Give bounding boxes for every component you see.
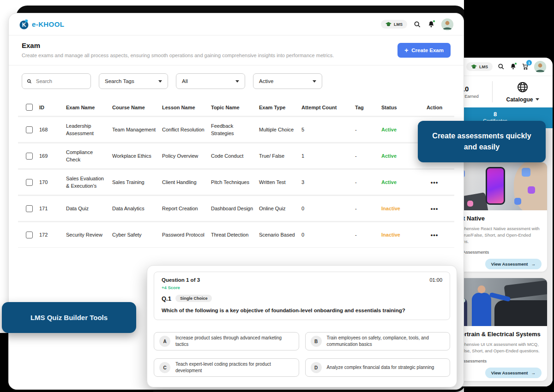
question-type-badge: Single Choice (175, 295, 212, 302)
row-checkbox[interactable] (26, 205, 33, 212)
view-assessment-button[interactable]: View Assessment → (485, 259, 542, 269)
bell-icon[interactable] (428, 21, 435, 28)
quiz-panel: Question 1 of 3 01:00 +4 Score Q.1 Singl… (147, 265, 457, 387)
option-letter: A (159, 336, 170, 347)
cell-exam-name: Compliance Check (66, 148, 112, 164)
select-all-checkbox[interactable] (26, 104, 33, 111)
table-row: 171 Data Quiz Data Analytics Report Crea… (18, 196, 454, 221)
status-filter-select[interactable]: Active (253, 73, 322, 89)
cell-attempt-count: 3 (301, 178, 355, 186)
cell-topic-name: Code Conduct (211, 152, 259, 160)
arrow-right-icon: → (531, 370, 536, 375)
row-actions-button[interactable]: ••• (415, 232, 454, 238)
status-badge: Inactive (381, 205, 415, 213)
cell-exam-name: Leadership Assessment (66, 122, 112, 137)
col-header-tag: Tag (355, 105, 381, 110)
view-assessment-button[interactable]: View Assessment → (485, 368, 542, 378)
row-checkbox[interactable] (26, 153, 33, 160)
page-title: Exam (22, 42, 334, 49)
cell-id: 172 (39, 231, 66, 239)
table-row: 172 Security Review Cyber Safety Passwor… (18, 222, 454, 247)
cell-course-name: Cyber Safety (112, 231, 162, 239)
cell-exam-name: Data Quiz (66, 205, 112, 213)
search-icon[interactable] (414, 21, 421, 28)
brand-logo[interactable]: K e-KHOOL (19, 19, 64, 30)
view-assessment-label: View Assessment (491, 261, 528, 267)
row-checkbox[interactable] (26, 232, 33, 238)
row-checkbox-cell (18, 173, 39, 191)
catalogue-menu[interactable]: Catalogue (493, 81, 553, 103)
create-exam-button[interactable]: + Create Exam (397, 43, 451, 58)
col-header-exam-name: Exam Name (66, 105, 112, 110)
cell-tag: - (355, 231, 381, 239)
exam-table: ID Exam Name Course Name Lesson Name Top… (18, 99, 454, 248)
table-row: 169 Compliance Check Workplace Ethics Po… (18, 143, 454, 168)
tags-filter-value: Search Tags (105, 78, 134, 84)
cell-id: 170 (39, 178, 66, 186)
cell-course-name: Data Analytics (112, 205, 162, 213)
col-header-course-name: Course Name (112, 105, 162, 110)
row-checkbox-cell (18, 226, 39, 244)
cell-tag: - (355, 126, 381, 134)
filter-bar: Search Tags All Active (9, 65, 464, 96)
row-checkbox[interactable] (26, 126, 33, 133)
lms-badge[interactable]: LMS (466, 62, 493, 71)
scope-filter-select[interactable]: All (176, 73, 245, 89)
catalogue-label: Catalogue (506, 96, 533, 103)
callout-quiz-builder: LMS Quiz Builder Tools (2, 302, 136, 333)
cell-course-name: Sales Training (112, 178, 162, 186)
option-letter: D (311, 362, 322, 373)
row-checkbox[interactable] (26, 179, 33, 186)
answer-option[interactable]: C Teach expert-level coding practices fo… (154, 358, 299, 377)
row-actions-button[interactable]: ••• (415, 205, 454, 212)
cell-topic-name: Threat Detection (211, 231, 259, 239)
col-header-status: Status (381, 105, 415, 110)
answer-options: A Increase product sales through advance… (154, 332, 450, 377)
cell-course-name: Team Management (112, 126, 162, 134)
cart-icon[interactable]: 1 (522, 63, 529, 70)
callout-create-assessments: Create assessments quickly and easily (418, 121, 546, 162)
cell-exam-type: Scenario Based (259, 231, 301, 239)
table-body: 168 Leadership Assessment Team Managemen… (18, 117, 454, 247)
col-header-lesson-name: Lesson Name (162, 105, 211, 110)
search-icon[interactable] (498, 63, 505, 70)
status-badge: Active (381, 178, 415, 186)
cell-topic-name: Pitch Techniques (211, 178, 259, 186)
brand-logo-text: e-KHOOL (32, 20, 64, 28)
graduation-cap-icon (385, 22, 391, 27)
row-actions-button[interactable]: ••• (415, 179, 454, 186)
search-input[interactable] (35, 78, 86, 84)
graduation-cap-icon (471, 64, 477, 69)
option-text: Teach expert-level coding practices for … (175, 361, 294, 374)
k-logo-icon: K (19, 19, 29, 30)
col-header-attempt-count: Attempt Count (301, 105, 355, 110)
lms-badge-label: LMS (479, 65, 488, 69)
option-text: Increase product sales through advanced … (175, 335, 294, 348)
create-exam-label: Create Exam (411, 48, 444, 53)
tags-filter-select[interactable]: Search Tags (99, 73, 168, 89)
cell-id: 171 (39, 205, 66, 213)
chevron-down-icon (235, 80, 239, 83)
option-text: Analyze complex financial data for strat… (327, 364, 434, 371)
lms-badge[interactable]: LMS (381, 20, 407, 29)
cell-topic-name: Feedback Strategies (211, 122, 259, 137)
cell-attempt-count: 5 (301, 126, 355, 134)
bell-icon[interactable] (510, 63, 517, 70)
avatar[interactable] (534, 61, 546, 73)
option-text: Train employees on safety, compliance, t… (327, 335, 445, 348)
question-progress: Question 1 of 3 (162, 277, 200, 283)
status-filter-value: Active (259, 78, 273, 84)
question-score: +4 Score (162, 285, 442, 290)
avatar[interactable] (441, 18, 453, 30)
answer-option[interactable]: D Analyze complex financial data for str… (305, 358, 451, 377)
status-badge: Active (381, 152, 415, 160)
row-checkbox-cell (18, 121, 39, 138)
answer-option[interactable]: A Increase product sales through advance… (154, 332, 299, 350)
question-number: Q.1 (162, 295, 171, 302)
answer-option[interactable]: B Train employees on safety, compliance,… (305, 332, 451, 350)
cell-lesson-name: Policy Overview (162, 152, 211, 160)
cell-tag: - (355, 205, 381, 213)
cell-exam-type: Multiple Choice (259, 126, 301, 134)
cart-count-badge: 1 (526, 60, 532, 65)
cell-topic-name: Dashboard Design (211, 205, 259, 213)
